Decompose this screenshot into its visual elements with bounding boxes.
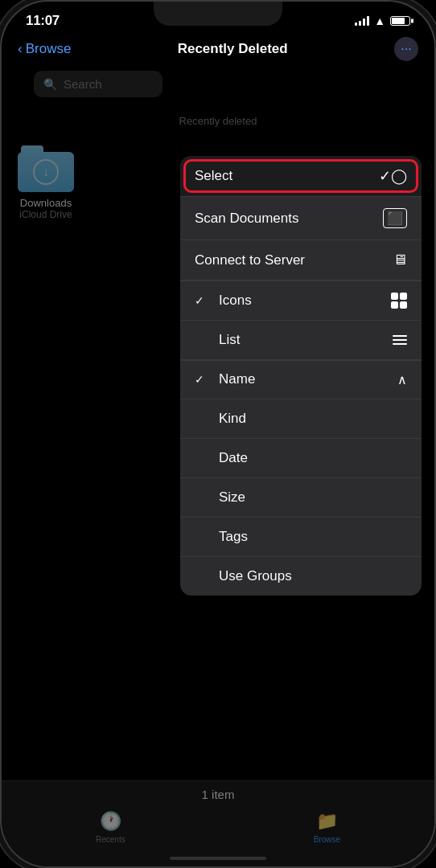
tags-no-check: ✓ <box>195 530 204 543</box>
grid-icon <box>391 293 407 309</box>
icons-checkmark-icon: ✓ <box>195 294 204 307</box>
name-checkmark-icon: ✓ <box>195 373 204 386</box>
date-label: Date <box>219 450 248 466</box>
tags-item-left: ✓ Tags <box>195 529 248 545</box>
more-icon: ··· <box>401 42 411 56</box>
wifi-icon: ▲ <box>374 14 385 27</box>
list-label: List <box>219 332 240 348</box>
list-icon <box>393 335 407 345</box>
dropdown-item-size[interactable]: ✓ Size <box>180 478 422 518</box>
name-item-left: ✓ Name <box>195 371 255 387</box>
size-label: Size <box>219 489 245 506</box>
dropdown-item-icons[interactable]: ✓ Icons <box>180 281 422 321</box>
phone-screen: 11:07 ▲ ‹ Br <box>2 2 434 866</box>
select-label: Select <box>195 168 232 184</box>
screen-content: 11:07 ▲ ‹ Br <box>2 2 434 866</box>
connect-server-label: Connect to Server <box>195 252 305 268</box>
icons-item-left: ✓ Icons <box>195 293 252 309</box>
use-groups-item-left: ✓ Use Groups <box>195 568 292 584</box>
dropdown-menu: Select ✓◯ Scan Documents ⬛ Connect to Se… <box>180 156 422 596</box>
dropdown-item-scan-documents[interactable]: Scan Documents ⬛ <box>180 197 422 240</box>
list-item-left: ✓ List <box>195 332 240 348</box>
dropdown-item-connect-server[interactable]: Connect to Server 🖥 <box>180 240 422 280</box>
dropdown-item-date[interactable]: ✓ Date <box>180 439 422 478</box>
page-title: Recently Deleted <box>178 41 288 57</box>
main-scroll: 🔍 Search Recently deleted <box>2 68 434 866</box>
date-item-left: ✓ Date <box>195 450 248 466</box>
back-chevron-icon: ‹ <box>18 41 23 57</box>
use-groups-no-check: ✓ <box>195 570 204 583</box>
nav-bar: ‹ Browse Recently Deleted ··· <box>2 34 434 68</box>
kind-no-check: ✓ <box>195 412 204 425</box>
notch <box>154 2 282 26</box>
status-time: 11:07 <box>26 13 60 29</box>
chevron-up-icon: ∧ <box>397 372 407 387</box>
dropdown-item-tags[interactable]: ✓ Tags <box>180 518 422 557</box>
tags-label: Tags <box>219 529 248 545</box>
status-icons: ▲ <box>355 14 410 27</box>
list-no-check: ✓ <box>195 334 204 346</box>
dropdown-item-use-groups[interactable]: ✓ Use Groups <box>180 557 422 596</box>
scan-documents-label: Scan Documents <box>195 211 298 227</box>
battery-icon <box>390 16 410 26</box>
signal-icon <box>355 16 369 26</box>
dropdown-item-list[interactable]: ✓ List <box>180 321 422 360</box>
kind-label: Kind <box>219 411 246 427</box>
phone-frame: 11:07 ▲ ‹ Br <box>0 0 436 868</box>
icons-label: Icons <box>219 293 252 309</box>
back-label[interactable]: Browse <box>26 41 72 57</box>
dropdown-item-name[interactable]: ✓ Name ∧ <box>180 360 422 399</box>
dropdown-item-kind[interactable]: ✓ Kind <box>180 399 422 439</box>
date-no-check: ✓ <box>195 452 204 465</box>
name-label: Name <box>219 371 255 387</box>
kind-item-left: ✓ Kind <box>195 411 246 427</box>
back-button[interactable]: ‹ Browse <box>18 41 71 57</box>
select-checkmark-icon: ✓◯ <box>379 167 407 185</box>
size-no-check: ✓ <box>195 491 204 504</box>
scan-icon: ⬛ <box>383 208 407 228</box>
use-groups-label: Use Groups <box>219 568 292 584</box>
battery-fill <box>392 18 405 24</box>
more-button[interactable]: ··· <box>394 37 418 61</box>
dropdown-item-select[interactable]: Select ✓◯ <box>180 156 422 197</box>
monitor-icon: 🖥 <box>393 252 407 268</box>
size-item-left: ✓ Size <box>195 489 245 506</box>
